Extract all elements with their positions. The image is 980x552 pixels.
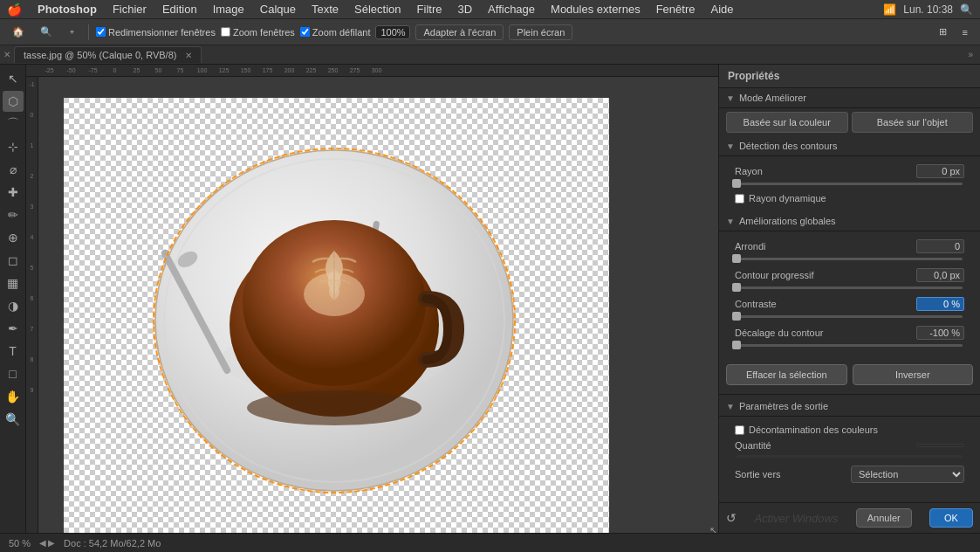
detection-section-header[interactable]: ▼ Détection des contours xyxy=(719,136,980,156)
eyedropper-tool[interactable]: ⌀ xyxy=(3,159,24,180)
parametres-section-header[interactable]: ▼ Paramètres de sortie xyxy=(719,397,980,417)
sortie-row: Sortie vers Sélection Calque Calque avec… xyxy=(728,463,971,486)
quantite-row: Quantité xyxy=(728,438,971,453)
gradient-tool[interactable]: ▦ xyxy=(3,273,24,293)
menu-fenetre[interactable]: Fenêtre xyxy=(649,1,702,17)
zoom-windows-checkbox[interactable]: Zoom fenêtres xyxy=(221,27,295,38)
contour-slider-row[interactable] xyxy=(728,285,971,294)
zoom-in-icon[interactable]: ＋ xyxy=(63,24,81,39)
rayon-thumb[interactable] xyxy=(732,179,741,188)
contour-thumb[interactable] xyxy=(732,283,741,292)
tab-close-btn[interactable]: ✕ xyxy=(185,51,192,60)
menu-3d[interactable]: 3D xyxy=(450,1,479,17)
rayon-dynamic-checkbox[interactable] xyxy=(735,194,744,204)
brush-tool[interactable]: ✏ xyxy=(3,204,24,225)
rayon-slider-row[interactable] xyxy=(728,181,971,190)
lasso-tool[interactable]: ⌒ xyxy=(3,114,24,135)
arrondi-value[interactable]: 0 xyxy=(916,239,964,253)
clone-tool[interactable]: ⊕ xyxy=(3,227,24,248)
contour-value[interactable]: 0,0 px xyxy=(916,268,964,282)
parametres-label: Paramètres de sortie xyxy=(739,401,828,411)
next-nav-btn[interactable]: ▶ xyxy=(48,538,55,548)
decalage-value[interactable]: -100 % xyxy=(916,326,964,340)
decalage-thumb[interactable] xyxy=(732,341,741,349)
sortie-select[interactable]: Sélection Calque Calque avec masque Nouv… xyxy=(851,466,964,483)
contour-slider[interactable] xyxy=(737,286,963,289)
menu-selection[interactable]: Sélection xyxy=(347,1,408,17)
menu-modules[interactable]: Modules externes xyxy=(544,1,648,17)
search-icon[interactable]: 🔍 xyxy=(960,3,973,16)
arrange-icon[interactable]: ≡ xyxy=(957,25,973,39)
canvas-svg xyxy=(64,98,609,533)
mode-section-header[interactable]: ▼ Mode Améliorer xyxy=(719,88,980,108)
contraste-value[interactable]: 0 % xyxy=(916,297,964,311)
contour-label: Contour progressif xyxy=(735,270,814,280)
menu-aide[interactable]: Aide xyxy=(703,1,740,17)
rayon-label: Rayon xyxy=(735,166,763,176)
object-mode-button[interactable]: Basée sur l'objet xyxy=(852,112,974,133)
canvas-viewport[interactable]: ↖ xyxy=(51,89,718,533)
resize-windows-checkbox[interactable]: Redimensionner fenêtres xyxy=(96,27,216,38)
eraser-tool[interactable]: ◻ xyxy=(3,250,24,271)
dodge-tool[interactable]: ◑ xyxy=(3,295,24,316)
hand-tool[interactable]: ✋ xyxy=(3,386,24,407)
rayon-value[interactable]: 0 px xyxy=(916,164,964,178)
crop-tool[interactable]: ⊹ xyxy=(3,136,24,157)
ameliorations-content: Arrondi 0 Contour progressif 0,0 px Co xyxy=(719,231,980,357)
zoom-input[interactable] xyxy=(375,25,410,39)
quantite-slider-row xyxy=(728,453,971,463)
inverser-button[interactable]: Inverser xyxy=(853,364,974,385)
arrondi-row: Arrondi 0 xyxy=(728,237,971,256)
ok-button[interactable]: OK xyxy=(929,508,973,528)
fit-screen-button[interactable]: Adapter à l'écran xyxy=(415,24,504,40)
expand-button[interactable]: » xyxy=(964,48,977,61)
scroll-zoom-checkbox[interactable]: Zoom défilant xyxy=(300,27,371,38)
pen-tool[interactable]: ✒ xyxy=(3,318,24,339)
full-screen-button[interactable]: Plein écran xyxy=(509,24,572,40)
tab-close-icon[interactable]: ✕ xyxy=(3,50,10,59)
watermark-text: Activer Windows xyxy=(754,512,838,525)
effacer-button[interactable]: Effacer la sélection xyxy=(726,364,847,385)
arrondi-thumb[interactable] xyxy=(732,254,741,263)
cancel-button[interactable]: Annuler xyxy=(856,508,912,528)
contraste-thumb[interactable] xyxy=(732,312,741,321)
svg-point-15 xyxy=(247,390,421,425)
selection-tool[interactable]: ⬡ xyxy=(3,91,24,112)
text-tool[interactable]: T xyxy=(3,341,24,362)
decalage-slider[interactable] xyxy=(737,344,963,347)
menu-fichier[interactable]: Fichier xyxy=(106,1,154,17)
prev-nav-btn[interactable]: ◀ xyxy=(39,538,46,548)
reset-icon[interactable]: ↺ xyxy=(726,511,737,525)
move-tool[interactable]: ↖ xyxy=(3,68,24,89)
zoom-out-icon[interactable]: 🔍 xyxy=(35,24,58,39)
zoom-level: 50 % xyxy=(9,538,31,549)
zoom-tool[interactable]: 🔍 xyxy=(3,409,24,430)
contraste-slider-row[interactable] xyxy=(728,314,971,323)
color-mode-button[interactable]: Basée sur la couleur xyxy=(726,112,848,133)
menu-filtre[interactable]: Filtre xyxy=(410,1,449,17)
home-icon[interactable]: 🏠 xyxy=(7,24,30,39)
arrondi-slider[interactable] xyxy=(737,258,963,260)
menu-edition[interactable]: Edition xyxy=(155,1,204,17)
contraste-slider[interactable] xyxy=(737,315,963,318)
heal-tool[interactable]: ✚ xyxy=(3,182,24,203)
panel-icons[interactable]: ⊞ xyxy=(934,24,952,39)
app-name-menu[interactable]: Photoshop xyxy=(31,1,104,17)
menu-calque[interactable]: Calque xyxy=(253,1,303,17)
arrondi-slider-row[interactable] xyxy=(728,256,971,266)
action-buttons: Effacer la sélection Inverser xyxy=(719,357,980,392)
rayon-slider[interactable] xyxy=(737,183,963,185)
document-tab[interactable]: tasse.jpg @ 50% (Calque 0, RVB/8) ✕ xyxy=(14,46,202,63)
ameliorations-section-header[interactable]: ▼ Améliorations globales xyxy=(719,211,980,231)
decalage-slider-row[interactable] xyxy=(728,342,971,352)
decontamination-row: Décontamination des couleurs xyxy=(728,422,971,438)
menu-texte[interactable]: Texte xyxy=(305,1,346,17)
apple-menu[interactable]: 🍎 xyxy=(7,3,22,17)
contraste-label: Contraste xyxy=(735,299,777,309)
menu-affichage[interactable]: Affichage xyxy=(481,1,542,17)
doc-info: Doc : 54,2 Mo/62,2 Mo xyxy=(64,538,161,549)
menu-image[interactable]: Image xyxy=(206,1,251,17)
shape-tool[interactable]: □ xyxy=(3,363,24,384)
clock: Lun. 10:38 xyxy=(903,3,953,16)
decontamination-checkbox[interactable] xyxy=(735,425,744,435)
